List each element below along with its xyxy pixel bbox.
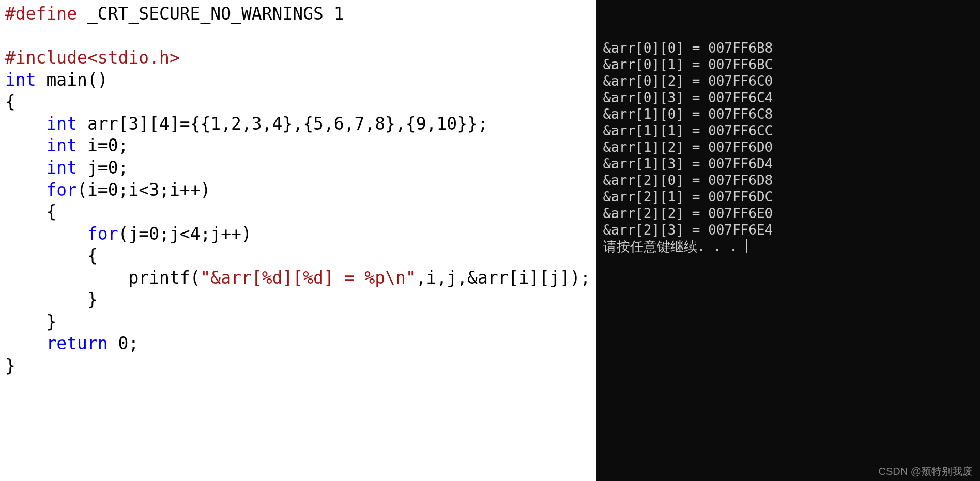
code-token: int <box>5 70 36 90</box>
console-line: &arr[0][3] = 007FF6C4 <box>603 90 973 106</box>
code-line: } <box>5 289 591 311</box>
code-token: } <box>5 312 56 332</box>
code-token: 0; <box>108 333 139 353</box>
console-line: &arr[0][0] = 007FF6B8 <box>603 40 973 57</box>
code-token: #define <box>5 4 77 24</box>
console-line: &arr[2][1] = 007FF6DC <box>603 189 973 206</box>
code-line: for(j=0;j<4;j++) <box>5 223 591 245</box>
console-line: &arr[1][1] = 007FF6CC <box>603 123 973 139</box>
code-editor-pane: #define _CRT_SECURE_NO_WARNINGS 1 #inclu… <box>0 0 596 481</box>
code-token: ,i,j,&arr[i][j]); <box>416 268 591 288</box>
console-line: &arr[0][2] = 007FF6C0 <box>603 73 973 90</box>
code-token: <stdio.h> <box>87 48 180 68</box>
code-line: return 0; <box>5 333 591 355</box>
code-line: printf("&arr[%d][%d] = %p\n",i,j,&arr[i]… <box>5 267 591 289</box>
code-token <box>5 224 87 244</box>
code-line: } <box>5 355 591 377</box>
console-line: &arr[0][1] = 007FF6BC <box>603 57 973 73</box>
code-line: for(i=0;i<3;i++) <box>5 179 591 201</box>
code-token: for <box>46 180 77 200</box>
console-lines: &arr[0][0] = 007FF6B8&arr[0][1] = 007FF6… <box>603 40 973 255</box>
code-token <box>5 114 46 134</box>
code-token: { <box>5 91 16 112</box>
code-line: { <box>5 245 591 267</box>
code-line: #include<stdio.h> <box>5 47 591 69</box>
code-token: i=0; <box>77 135 128 156</box>
code-token: (j=0;j<4;j++) <box>118 224 252 244</box>
code-token: int <box>46 135 77 156</box>
code-token: for <box>87 224 118 244</box>
console-line: &arr[1][0] = 007FF6C8 <box>603 106 973 123</box>
code-token: j=0; <box>77 158 128 178</box>
console-line: &arr[2][0] = 007FF6D8 <box>603 173 973 189</box>
code-token: arr[3][4]={{1,2,3,4},{5,6,7,8},{9,10}}; <box>77 114 488 134</box>
console-prompt[interactable]: 请按任意键继续. . . <box>603 239 973 255</box>
console-output-pane: &arr[0][0] = 007FF6B8&arr[0][1] = 007FF6… <box>596 0 981 481</box>
code-token: printf( <box>5 268 201 288</box>
code-line: int main() <box>5 69 591 91</box>
console-line: &arr[2][2] = 007FF6E0 <box>603 206 973 222</box>
console-line: &arr[1][2] = 007FF6D0 <box>603 139 973 156</box>
console-line: &arr[1][3] = 007FF6D4 <box>603 156 973 173</box>
code-line: int j=0; <box>5 157 591 179</box>
code-line: int i=0; <box>5 135 591 157</box>
code-line: { <box>5 201 591 223</box>
code-token: } <box>5 355 16 376</box>
code-token <box>5 180 46 200</box>
code-token <box>5 158 46 178</box>
code-token: { <box>5 245 98 266</box>
code-token: main() <box>36 70 108 90</box>
code-token: #include <box>5 48 87 68</box>
code-token: { <box>5 201 56 222</box>
code-token: return <box>46 333 108 353</box>
code-token: int <box>46 114 77 134</box>
code-line <box>5 25 591 48</box>
console-line: &arr[2][3] = 007FF6E4 <box>603 222 973 239</box>
code-token: (i=0;i<3;i++) <box>77 180 210 200</box>
code-line: int arr[3][4]={{1,2,3,4},{5,6,7,8},{9,10… <box>5 113 591 135</box>
code-token: } <box>5 289 98 309</box>
code-line: #define _CRT_SECURE_NO_WARNINGS 1 <box>5 3 591 25</box>
code-token <box>5 135 46 156</box>
code-line: } <box>5 311 591 333</box>
cursor-icon <box>746 239 747 253</box>
csdn-watermark: CSDN @颓特别我废 <box>878 465 973 478</box>
code-line: { <box>5 91 591 113</box>
code-token <box>5 333 46 353</box>
code-token: _CRT_SECURE_NO_WARNINGS 1 <box>77 4 344 24</box>
code-token: "&arr[%d][%d] = %p\n" <box>201 268 416 288</box>
code-token: int <box>46 158 77 178</box>
